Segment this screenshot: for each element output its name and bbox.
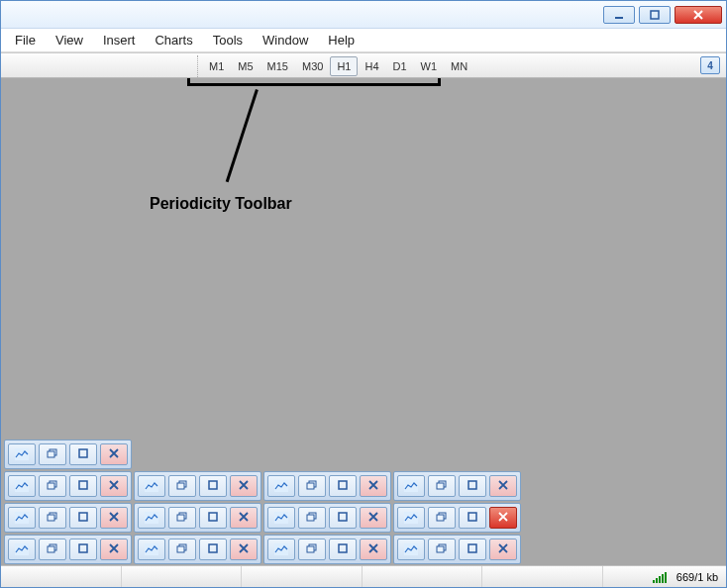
svg-rect-36 bbox=[437, 515, 444, 521]
chart-icon bbox=[404, 543, 418, 555]
mdi-window bbox=[393, 535, 521, 564]
chart-button bbox=[8, 507, 36, 529]
status-connection[interactable]: 669/1 kb bbox=[603, 566, 727, 587]
close-button[interactable] bbox=[360, 475, 387, 497]
period-m1[interactable]: M1 bbox=[202, 56, 231, 76]
period-m15[interactable]: M15 bbox=[260, 56, 295, 76]
close-button[interactable] bbox=[489, 475, 517, 497]
close-button[interactable] bbox=[489, 507, 517, 529]
close-button[interactable] bbox=[100, 475, 128, 497]
restore-button[interactable] bbox=[428, 475, 456, 497]
chart-button bbox=[138, 475, 165, 497]
close-icon bbox=[498, 479, 508, 493]
chart-icon bbox=[404, 512, 418, 524]
mdi-window bbox=[263, 471, 391, 501]
svg-rect-13 bbox=[209, 481, 217, 489]
close-button[interactable] bbox=[230, 507, 258, 529]
restore-button[interactable] bbox=[168, 539, 196, 560]
close-icon bbox=[239, 542, 249, 556]
chart-button bbox=[267, 507, 295, 529]
maximize-button[interactable] bbox=[329, 507, 357, 529]
mdi-window bbox=[393, 503, 521, 533]
period-h4[interactable]: H4 bbox=[358, 56, 385, 76]
period-mn[interactable]: MN bbox=[444, 56, 474, 76]
maximize-icon bbox=[338, 542, 348, 556]
svg-rect-24 bbox=[48, 515, 54, 521]
restore-button[interactable] bbox=[168, 507, 196, 529]
close-button[interactable] bbox=[360, 539, 387, 560]
restore-button[interactable] bbox=[39, 507, 66, 529]
svg-rect-28 bbox=[177, 515, 184, 521]
restore-button[interactable] bbox=[39, 443, 66, 465]
period-w1[interactable]: W1 bbox=[414, 56, 445, 76]
period-h1[interactable]: H1 bbox=[330, 56, 358, 76]
chart-button bbox=[8, 539, 36, 560]
close-button[interactable] bbox=[675, 6, 722, 24]
maximize-button[interactable] bbox=[459, 507, 486, 529]
menu-view[interactable]: View bbox=[46, 31, 93, 49]
close-button[interactable] bbox=[100, 443, 128, 465]
mdi-window bbox=[263, 503, 391, 533]
close-button[interactable] bbox=[489, 539, 517, 560]
mdi-window bbox=[134, 503, 261, 533]
svg-rect-48 bbox=[307, 546, 314, 552]
maximize-button[interactable] bbox=[69, 443, 97, 465]
chart-button bbox=[397, 475, 425, 497]
menu-help[interactable]: Help bbox=[318, 31, 364, 49]
period-m5[interactable]: M5 bbox=[231, 56, 260, 76]
menu-charts[interactable]: Charts bbox=[145, 31, 202, 49]
restore-button[interactable] bbox=[428, 539, 456, 560]
maximize-button[interactable] bbox=[639, 6, 671, 24]
restore-button[interactable] bbox=[168, 475, 196, 497]
restore-button[interactable] bbox=[298, 539, 326, 560]
menu-tools[interactable]: Tools bbox=[203, 31, 253, 49]
menubar: FileViewInsertChartsToolsWindowHelp bbox=[1, 29, 726, 52]
annotation-label: Periodicity Toolbar bbox=[150, 195, 292, 213]
close-button[interactable] bbox=[230, 475, 258, 497]
maximize-button[interactable] bbox=[459, 539, 486, 560]
restore-button[interactable] bbox=[298, 475, 326, 497]
chart-button bbox=[397, 507, 425, 529]
menu-insert[interactable]: Insert bbox=[93, 31, 146, 49]
restore-button[interactable] bbox=[39, 475, 66, 497]
maximize-icon bbox=[78, 542, 88, 556]
maximize-button[interactable] bbox=[199, 475, 227, 497]
workspace: Periodicity Toolbar bbox=[1, 78, 726, 565]
chart-icon bbox=[15, 448, 29, 460]
close-button[interactable] bbox=[100, 539, 128, 560]
maximize-button[interactable] bbox=[329, 475, 357, 497]
menu-file[interactable]: File bbox=[5, 31, 46, 49]
maximize-button[interactable] bbox=[199, 507, 227, 529]
maximize-button[interactable] bbox=[69, 539, 97, 560]
restore-icon bbox=[436, 542, 448, 556]
restore-button[interactable] bbox=[428, 507, 456, 529]
mdi-row bbox=[3, 439, 724, 470]
close-button[interactable] bbox=[230, 539, 258, 560]
maximize-button[interactable] bbox=[69, 475, 97, 497]
period-d1[interactable]: D1 bbox=[386, 56, 414, 76]
maximize-icon bbox=[338, 479, 348, 493]
svg-rect-40 bbox=[48, 546, 54, 552]
chart-count-badge[interactable]: 4 bbox=[700, 56, 720, 74]
maximize-icon bbox=[208, 542, 218, 556]
maximize-button[interactable] bbox=[69, 507, 97, 529]
close-button[interactable] bbox=[100, 507, 128, 529]
maximize-icon bbox=[467, 542, 477, 556]
maximize-button[interactable] bbox=[329, 539, 357, 560]
minimize-button[interactable] bbox=[603, 6, 635, 24]
window-titlebar bbox=[1, 1, 726, 29]
chart-icon bbox=[15, 512, 29, 524]
chart-icon bbox=[15, 543, 29, 555]
close-button[interactable] bbox=[360, 507, 387, 529]
period-m30[interactable]: M30 bbox=[295, 56, 330, 76]
menu-window[interactable]: Window bbox=[253, 31, 318, 49]
restore-button[interactable] bbox=[298, 507, 326, 529]
chart-icon bbox=[15, 480, 29, 492]
maximize-button[interactable] bbox=[459, 475, 486, 497]
maximize-button[interactable] bbox=[199, 539, 227, 560]
svg-rect-20 bbox=[437, 483, 444, 489]
close-icon bbox=[109, 447, 119, 461]
chart-icon bbox=[145, 543, 158, 555]
restore-icon bbox=[436, 479, 448, 493]
restore-button[interactable] bbox=[39, 539, 66, 560]
